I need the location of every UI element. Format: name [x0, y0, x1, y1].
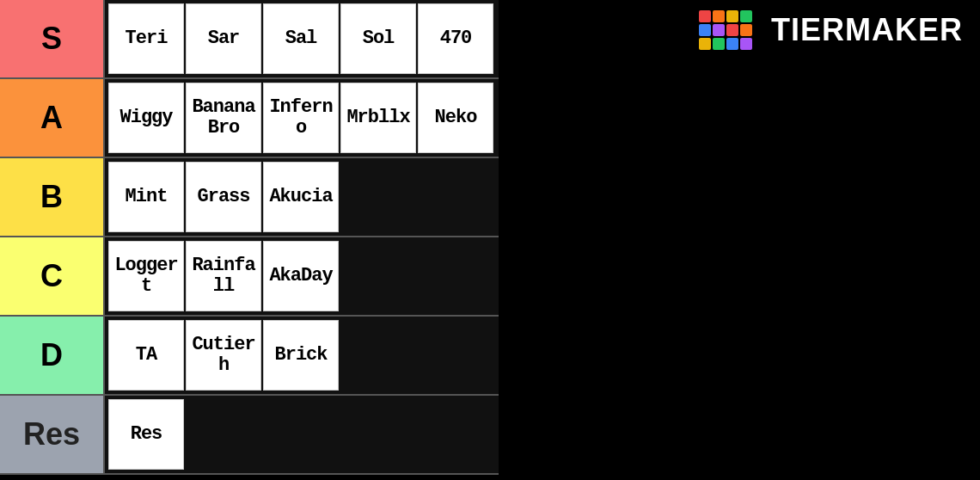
logo-cell-6 [726, 24, 738, 36]
tier-row-s: STeriSarSalSol470 [0, 0, 499, 79]
logo-wrapper: TiERMAKER [699, 10, 963, 50]
logo-cell-11 [740, 38, 752, 50]
logo-cell-7 [740, 24, 752, 36]
logo-cell-9 [713, 38, 725, 50]
tier-items-d: TACutierhBrick [105, 317, 499, 394]
tier-item-a-3[interactable]: Mrbllx [340, 83, 416, 153]
right-panel: TiERMAKER [499, 0, 980, 480]
tier-item-s-2[interactable]: Sal [263, 3, 339, 74]
tier-item-b-2[interactable]: Akucia [263, 162, 339, 232]
logo-cell-5 [713, 24, 725, 36]
tier-row-res: ResRes [0, 396, 499, 475]
tier-item-s-1[interactable]: Sar [186, 3, 261, 74]
tier-item-d-2[interactable]: Brick [263, 320, 339, 391]
tier-item-s-3[interactable]: Sol [340, 3, 416, 74]
tier-items-c: LoggertRainfallAkaDay [105, 237, 499, 315]
tier-row-d: DTACutierhBrick [0, 317, 499, 396]
tier-row-a: AWiggyBananaBroInfernoMrbllxNeko [0, 79, 499, 158]
tier-items-a: WiggyBananaBroInfernoMrbllxNeko [105, 79, 499, 157]
logo-text: TiERMAKER [771, 12, 963, 48]
tier-items-res: Res [105, 396, 499, 473]
tier-item-a-4[interactable]: Neko [418, 83, 493, 153]
tier-label-c: C [0, 237, 105, 315]
tier-item-s-4[interactable]: 470 [418, 3, 493, 74]
tier-label-res: Res [0, 396, 105, 473]
tier-item-c-0[interactable]: Loggert [108, 241, 184, 311]
tier-label-a: A [0, 79, 105, 157]
logo-cell-10 [726, 38, 738, 50]
tier-label-d: D [0, 317, 105, 394]
tier-item-a-2[interactable]: Inferno [263, 83, 339, 153]
tier-item-res-0[interactable]: Res [108, 399, 184, 470]
tier-list: STeriSarSalSol470AWiggyBananaBroInfernoM… [0, 0, 499, 480]
tier-item-a-0[interactable]: Wiggy [108, 83, 184, 153]
tier-item-b-1[interactable]: Grass [186, 162, 261, 232]
logo-cell-2 [726, 10, 738, 22]
tier-item-b-0[interactable]: Mint [108, 162, 184, 232]
tier-row-c: CLoggertRainfallAkaDay [0, 237, 499, 317]
tier-item-d-0[interactable]: TA [108, 320, 184, 391]
logo-grid [699, 10, 752, 50]
logo-cell-0 [699, 10, 711, 22]
tier-items-b: MintGrassAkucia [105, 158, 499, 236]
tier-item-c-2[interactable]: AkaDay [263, 241, 339, 311]
logo-cell-1 [713, 10, 725, 22]
tier-row-b: BMintGrassAkucia [0, 158, 499, 237]
logo-cell-4 [699, 24, 711, 36]
logo-cell-8 [699, 38, 711, 50]
page-wrapper: STeriSarSalSol470AWiggyBananaBroInfernoM… [0, 0, 980, 480]
tier-item-d-1[interactable]: Cutierh [186, 320, 261, 391]
tier-item-c-1[interactable]: Rainfall [186, 241, 261, 311]
tier-label-b: B [0, 158, 105, 236]
tier-items-s: TeriSarSalSol470 [105, 0, 499, 77]
tier-label-s: S [0, 0, 105, 77]
logo-cell-3 [740, 10, 752, 22]
tier-item-s-0[interactable]: Teri [108, 3, 184, 74]
tier-item-a-1[interactable]: BananaBro [186, 83, 261, 153]
